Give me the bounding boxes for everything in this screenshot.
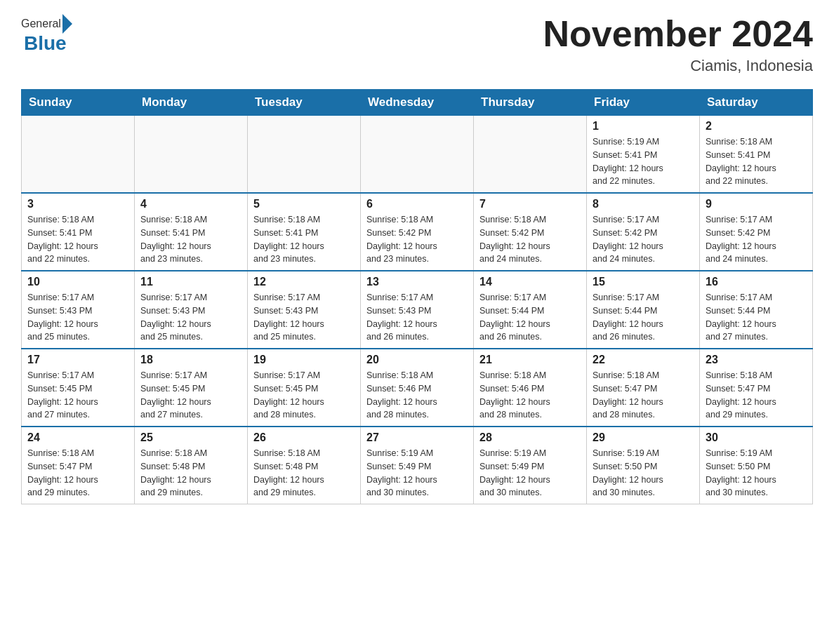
day-number: 9 xyxy=(706,198,807,210)
week-row-1: 1Sunrise: 5:19 AM Sunset: 5:41 PM Daylig… xyxy=(22,116,813,194)
day-number: 22 xyxy=(593,354,694,366)
page-header: General Blue November 2024 Ciamis, Indon… xyxy=(21,14,813,75)
day-info: Sunrise: 5:18 AM Sunset: 5:41 PM Dayligh… xyxy=(140,213,241,266)
day-info: Sunrise: 5:18 AM Sunset: 5:41 PM Dayligh… xyxy=(27,213,128,266)
day-info: Sunrise: 5:18 AM Sunset: 5:46 PM Dayligh… xyxy=(366,369,468,422)
day-number: 1 xyxy=(593,120,694,133)
calendar-cell: 22Sunrise: 5:18 AM Sunset: 5:47 PM Dayli… xyxy=(587,349,700,427)
day-number: 23 xyxy=(706,354,807,366)
day-number: 12 xyxy=(253,276,355,288)
day-info: Sunrise: 5:18 AM Sunset: 5:42 PM Dayligh… xyxy=(366,213,468,266)
calendar-cell: 17Sunrise: 5:17 AM Sunset: 5:45 PM Dayli… xyxy=(22,349,135,427)
calendar-cell: 25Sunrise: 5:18 AM Sunset: 5:48 PM Dayli… xyxy=(135,427,248,504)
logo-arrow-icon xyxy=(62,14,72,34)
weekday-header-monday: Monday xyxy=(135,90,248,116)
day-info: Sunrise: 5:19 AM Sunset: 5:50 PM Dayligh… xyxy=(593,447,694,499)
day-number: 17 xyxy=(27,354,128,366)
calendar-title: November 2024 xyxy=(543,14,813,54)
day-info: Sunrise: 5:19 AM Sunset: 5:49 PM Dayligh… xyxy=(366,447,468,499)
calendar-cell: 20Sunrise: 5:18 AM Sunset: 5:46 PM Dayli… xyxy=(361,349,474,427)
day-info: Sunrise: 5:18 AM Sunset: 5:46 PM Dayligh… xyxy=(479,369,581,422)
day-info: Sunrise: 5:17 AM Sunset: 5:43 PM Dayligh… xyxy=(253,291,355,344)
weekday-header-wednesday: Wednesday xyxy=(361,90,474,116)
day-number: 16 xyxy=(706,276,807,288)
day-info: Sunrise: 5:19 AM Sunset: 5:50 PM Dayligh… xyxy=(706,447,807,499)
title-area: November 2024 Ciamis, Indonesia xyxy=(543,14,813,75)
day-info: Sunrise: 5:18 AM Sunset: 5:48 PM Dayligh… xyxy=(140,447,241,499)
day-info: Sunrise: 5:17 AM Sunset: 5:42 PM Dayligh… xyxy=(593,213,694,266)
weekday-header-tuesday: Tuesday xyxy=(248,90,361,116)
day-info: Sunrise: 5:17 AM Sunset: 5:44 PM Dayligh… xyxy=(479,291,581,344)
weekday-header-sunday: Sunday xyxy=(22,90,135,116)
week-row-2: 3Sunrise: 5:18 AM Sunset: 5:41 PM Daylig… xyxy=(22,193,813,271)
day-number: 13 xyxy=(366,276,468,288)
calendar-cell: 16Sunrise: 5:17 AM Sunset: 5:44 PM Dayli… xyxy=(700,271,813,349)
calendar-cell: 15Sunrise: 5:17 AM Sunset: 5:44 PM Dayli… xyxy=(587,271,700,349)
week-row-4: 17Sunrise: 5:17 AM Sunset: 5:45 PM Dayli… xyxy=(22,349,813,427)
day-info: Sunrise: 5:18 AM Sunset: 5:47 PM Dayligh… xyxy=(27,447,128,499)
calendar-cell: 12Sunrise: 5:17 AM Sunset: 5:43 PM Dayli… xyxy=(248,271,361,349)
day-number: 29 xyxy=(593,431,694,444)
calendar-cell: 14Sunrise: 5:17 AM Sunset: 5:44 PM Dayli… xyxy=(474,271,587,349)
day-number: 7 xyxy=(479,198,581,210)
day-number: 11 xyxy=(140,276,241,288)
week-row-5: 24Sunrise: 5:18 AM Sunset: 5:47 PM Dayli… xyxy=(22,427,813,504)
calendar-subtitle: Ciamis, Indonesia xyxy=(543,57,813,75)
calendar-cell: 1Sunrise: 5:19 AM Sunset: 5:41 PM Daylig… xyxy=(587,116,700,194)
day-info: Sunrise: 5:19 AM Sunset: 5:49 PM Dayligh… xyxy=(479,447,581,499)
calendar-cell: 8Sunrise: 5:17 AM Sunset: 5:42 PM Daylig… xyxy=(587,193,700,271)
calendar-cell: 13Sunrise: 5:17 AM Sunset: 5:43 PM Dayli… xyxy=(361,271,474,349)
weekday-header-row: SundayMondayTuesdayWednesdayThursdayFrid… xyxy=(22,90,813,116)
weekday-header-thursday: Thursday xyxy=(474,90,587,116)
day-info: Sunrise: 5:18 AM Sunset: 5:48 PM Dayligh… xyxy=(253,447,355,499)
day-info: Sunrise: 5:18 AM Sunset: 5:47 PM Dayligh… xyxy=(706,369,807,422)
day-number: 19 xyxy=(253,354,355,366)
day-info: Sunrise: 5:17 AM Sunset: 5:45 PM Dayligh… xyxy=(253,369,355,422)
calendar-cell: 2Sunrise: 5:18 AM Sunset: 5:41 PM Daylig… xyxy=(700,116,813,194)
day-info: Sunrise: 5:19 AM Sunset: 5:41 PM Dayligh… xyxy=(593,135,694,188)
calendar-cell xyxy=(361,116,474,194)
logo-general-text: General xyxy=(21,18,61,29)
day-number: 14 xyxy=(479,276,581,288)
day-number: 2 xyxy=(706,120,807,133)
day-number: 15 xyxy=(593,276,694,288)
day-number: 24 xyxy=(27,431,128,444)
calendar-cell xyxy=(135,116,248,194)
weekday-header-friday: Friday xyxy=(587,90,700,116)
day-number: 3 xyxy=(27,198,128,210)
calendar-cell: 23Sunrise: 5:18 AM Sunset: 5:47 PM Dayli… xyxy=(700,349,813,427)
calendar-cell: 21Sunrise: 5:18 AM Sunset: 5:46 PM Dayli… xyxy=(474,349,587,427)
calendar-cell: 11Sunrise: 5:17 AM Sunset: 5:43 PM Dayli… xyxy=(135,271,248,349)
day-number: 28 xyxy=(479,431,581,444)
calendar-cell: 27Sunrise: 5:19 AM Sunset: 5:49 PM Dayli… xyxy=(361,427,474,504)
day-number: 21 xyxy=(479,354,581,366)
day-info: Sunrise: 5:17 AM Sunset: 5:44 PM Dayligh… xyxy=(593,291,694,344)
day-number: 8 xyxy=(593,198,694,210)
calendar-cell: 4Sunrise: 5:18 AM Sunset: 5:41 PM Daylig… xyxy=(135,193,248,271)
calendar-cell: 29Sunrise: 5:19 AM Sunset: 5:50 PM Dayli… xyxy=(587,427,700,504)
day-number: 18 xyxy=(140,354,241,366)
day-info: Sunrise: 5:17 AM Sunset: 5:43 PM Dayligh… xyxy=(366,291,468,344)
day-info: Sunrise: 5:17 AM Sunset: 5:45 PM Dayligh… xyxy=(140,369,241,422)
calendar-cell xyxy=(248,116,361,194)
calendar-table: SundayMondayTuesdayWednesdayThursdayFrid… xyxy=(21,89,813,504)
calendar-cell xyxy=(22,116,135,194)
logo: General Blue xyxy=(21,14,74,53)
day-info: Sunrise: 5:18 AM Sunset: 5:42 PM Dayligh… xyxy=(479,213,581,266)
day-number: 10 xyxy=(27,276,128,288)
day-number: 25 xyxy=(140,431,241,444)
calendar-cell: 18Sunrise: 5:17 AM Sunset: 5:45 PM Dayli… xyxy=(135,349,248,427)
calendar-cell: 9Sunrise: 5:17 AM Sunset: 5:42 PM Daylig… xyxy=(700,193,813,271)
day-info: Sunrise: 5:17 AM Sunset: 5:45 PM Dayligh… xyxy=(27,369,128,422)
calendar-cell: 7Sunrise: 5:18 AM Sunset: 5:42 PM Daylig… xyxy=(474,193,587,271)
day-info: Sunrise: 5:17 AM Sunset: 5:44 PM Dayligh… xyxy=(706,291,807,344)
day-info: Sunrise: 5:18 AM Sunset: 5:41 PM Dayligh… xyxy=(253,213,355,266)
day-number: 4 xyxy=(140,198,241,210)
calendar-cell: 26Sunrise: 5:18 AM Sunset: 5:48 PM Dayli… xyxy=(248,427,361,504)
day-number: 27 xyxy=(366,431,468,444)
day-info: Sunrise: 5:17 AM Sunset: 5:43 PM Dayligh… xyxy=(140,291,241,344)
calendar-cell: 10Sunrise: 5:17 AM Sunset: 5:43 PM Dayli… xyxy=(22,271,135,349)
day-number: 20 xyxy=(366,354,468,366)
day-info: Sunrise: 5:17 AM Sunset: 5:42 PM Dayligh… xyxy=(706,213,807,266)
calendar-cell: 5Sunrise: 5:18 AM Sunset: 5:41 PM Daylig… xyxy=(248,193,361,271)
